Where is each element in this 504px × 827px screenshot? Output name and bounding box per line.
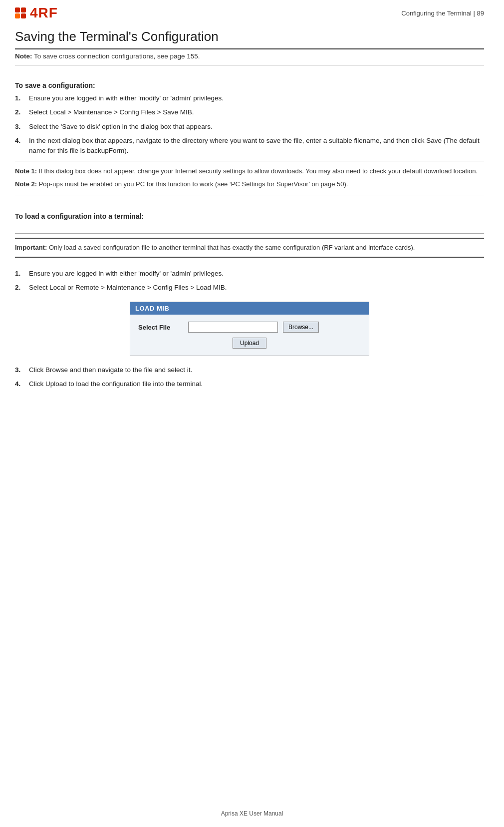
load-step-1-num: 1. xyxy=(15,269,24,279)
top-note-text: To save cross connection configurations,… xyxy=(34,52,200,60)
save-step-2-num: 2. xyxy=(15,107,24,117)
page-header: 4RF Configuring the Terminal | 89 xyxy=(0,0,504,24)
save-note1-text: If this dialog box does not appear, chan… xyxy=(39,167,478,175)
dialog-upload-row: Upload xyxy=(138,338,361,349)
logo-sq-1 xyxy=(15,7,20,12)
page-footer: Aprisa XE User Manual xyxy=(0,810,504,817)
load-steps-list-2: 3. Click Browse and then navigate to the… xyxy=(15,365,484,390)
dialog-title-bar: LOAD MIB xyxy=(130,302,369,315)
load-step-2: 2. Select Local or Remote > Maintenance … xyxy=(15,283,484,293)
save-step-1: 1. Ensure you are logged in with either … xyxy=(15,93,484,103)
load-mib-dialog-wrap: LOAD MIB Select File Browse... Upload xyxy=(15,302,484,356)
logo-squares xyxy=(15,7,26,18)
save-config-heading: To save a configuration: xyxy=(15,81,484,89)
important-box: Important: Only load a saved configurati… xyxy=(15,238,484,258)
load-step-4-text: Click Upload to load the configuration f… xyxy=(29,379,484,389)
load-step-2-num: 2. xyxy=(15,283,24,293)
logo-sq-4 xyxy=(21,13,26,18)
load-step-3: 3. Click Browse and then navigate to the… xyxy=(15,365,484,375)
save-steps-list: 1. Ensure you are logged in with either … xyxy=(15,93,484,156)
note-divider xyxy=(15,65,484,65)
top-note: Note: To save cross connection configura… xyxy=(15,52,484,60)
top-note-label: Note: xyxy=(15,52,32,60)
footer-text: Aprisa XE User Manual xyxy=(221,810,283,817)
save-step-4-num: 4. xyxy=(15,136,24,156)
load-step-2-text: Select Local or Remote > Maintenance > C… xyxy=(29,283,484,293)
load-step-3-text: Click Browse and then navigate to the fi… xyxy=(29,365,484,375)
load-config-heading: To load a configuration into a terminal: xyxy=(15,212,484,220)
save-step-4: 4. In the next dialog box that appears, … xyxy=(15,136,484,156)
save-note1-label: Note 1: xyxy=(15,167,37,175)
save-note2-text: Pop-ups must be enabled on you PC for th… xyxy=(39,180,348,188)
dialog-select-file-label: Select File xyxy=(138,324,183,331)
title-divider xyxy=(15,48,484,49)
load-steps-list: 1. Ensure you are logged in with either … xyxy=(15,269,484,293)
save-step-3-num: 3. xyxy=(15,122,24,132)
dialog-browse-button[interactable]: Browse... xyxy=(283,322,319,333)
logo-text: 4RF xyxy=(30,5,58,21)
load-step-1-text: Ensure you are logged in with either 'mo… xyxy=(29,269,484,279)
save-step-3: 3. Select the 'Save to disk' option in t… xyxy=(15,122,484,132)
main-content: Saving the Terminal's Configuration Note… xyxy=(0,24,504,414)
dialog-body: Select File Browse... Upload xyxy=(130,315,369,356)
dialog-upload-button[interactable]: Upload xyxy=(233,338,266,349)
load-step-4-num: 4. xyxy=(15,379,24,389)
logo-sq-3 xyxy=(15,13,20,18)
save-step-3-text: Select the 'Save to disk' option in the … xyxy=(29,122,484,132)
save-step-1-num: 1. xyxy=(15,93,24,103)
save-step-2: 2. Select Local > Maintenance > Config F… xyxy=(15,107,484,117)
load-mib-dialog: LOAD MIB Select File Browse... Upload xyxy=(130,302,369,356)
load-step-4: 4. Click Upload to load the configuratio… xyxy=(15,379,484,389)
logo-area: 4RF xyxy=(15,5,58,21)
save-step-1-text: Ensure you are logged in with either 'mo… xyxy=(29,93,484,103)
save-note1: Note 1: If this dialog box does not appe… xyxy=(15,166,484,176)
save-note2-label: Note 2: xyxy=(15,180,37,188)
save-step-2-text: Select Local > Maintenance > Config File… xyxy=(29,107,484,117)
load-step-1: 1. Ensure you are logged in with either … xyxy=(15,269,484,279)
dialog-file-input[interactable] xyxy=(188,322,278,333)
important-top-line xyxy=(15,233,484,234)
important-label: Important: xyxy=(15,244,47,251)
page-title: Saving the Terminal's Configuration xyxy=(15,29,484,44)
logo-icon: 4RF xyxy=(15,5,58,21)
save-notes-box: Note 1: If this dialog box does not appe… xyxy=(15,161,484,195)
save-step-4-text: In the next dialog box that appears, nav… xyxy=(29,136,484,156)
dialog-select-file-row: Select File Browse... xyxy=(138,322,361,333)
logo-sq-2 xyxy=(21,7,26,12)
important-text: Only load a saved configuration file to … xyxy=(49,244,415,251)
save-note2: Note 2: Pop-ups must be enabled on you P… xyxy=(15,179,484,189)
load-step-3-num: 3. xyxy=(15,365,24,375)
header-page-info: Configuring the Terminal | 89 xyxy=(401,9,484,17)
